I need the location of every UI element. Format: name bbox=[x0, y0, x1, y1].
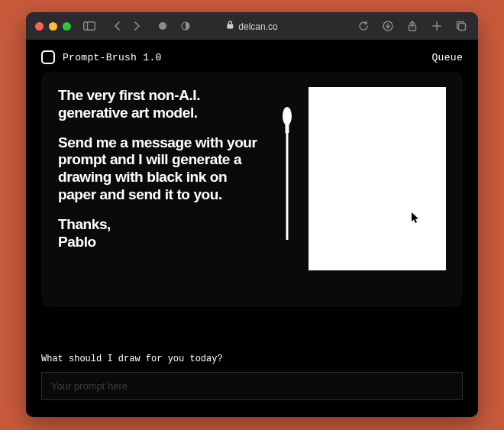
prompt-section: What should I draw for you today? bbox=[41, 354, 463, 400]
prompt-label: What should I draw for you today? bbox=[41, 354, 463, 364]
minimize-window-button[interactable] bbox=[49, 22, 57, 31]
svg-rect-13 bbox=[286, 124, 289, 133]
shield-icon[interactable] bbox=[178, 18, 193, 34]
svg-point-12 bbox=[283, 107, 292, 125]
address-bar[interactable]: delcan.co bbox=[226, 21, 277, 32]
url-text: delcan.co bbox=[238, 21, 277, 31]
toolbar-right bbox=[356, 18, 469, 34]
svg-rect-0 bbox=[84, 22, 95, 31]
logo-icon bbox=[41, 50, 55, 64]
maximize-window-button[interactable] bbox=[63, 22, 71, 31]
download-icon[interactable] bbox=[380, 18, 396, 34]
brush-icon bbox=[279, 87, 295, 244]
queue-link[interactable]: Queue bbox=[431, 52, 463, 63]
reload-button[interactable] bbox=[356, 18, 371, 34]
back-button[interactable] bbox=[109, 18, 124, 34]
cursor-icon bbox=[412, 212, 420, 226]
window-controls bbox=[35, 22, 71, 31]
svg-rect-11 bbox=[459, 24, 466, 31]
hero-copy: The very first non-A.I. generative art m… bbox=[58, 87, 266, 263]
share-icon[interactable] bbox=[405, 18, 420, 34]
forward-button[interactable] bbox=[129, 18, 144, 34]
svg-rect-14 bbox=[286, 133, 289, 240]
page-content: Prompt-Brush 1.0 Queue The very first no… bbox=[26, 40, 478, 417]
svg-rect-4 bbox=[227, 24, 233, 29]
lock-icon bbox=[226, 21, 234, 32]
hero-paragraph-1: The very first non-A.I. generative art m… bbox=[58, 87, 266, 122]
hero-signoff: Thanks, Pablo bbox=[58, 216, 266, 251]
tabs-overview-icon[interactable] bbox=[454, 18, 469, 34]
sidebar-toggle-icon[interactable] bbox=[82, 18, 97, 34]
prompt-input[interactable] bbox=[41, 372, 463, 400]
hero-thanks: Thanks, bbox=[58, 216, 111, 232]
hero-paragraph-2: Send me a message with your prompt and I… bbox=[58, 134, 266, 204]
hero-card: The very first non-A.I. generative art m… bbox=[41, 72, 463, 307]
new-tab-button[interactable] bbox=[429, 18, 444, 34]
nav-arrows bbox=[109, 18, 144, 34]
hero-name: Pablo bbox=[58, 234, 96, 250]
browser-window: delcan.co Prompt-Brush 1.0 bbox=[26, 12, 478, 417]
extension-dot-icon[interactable] bbox=[155, 18, 170, 34]
close-window-button[interactable] bbox=[35, 22, 44, 31]
toolbar-extras bbox=[155, 18, 193, 34]
app-header-left: Prompt-Brush 1.0 bbox=[41, 50, 162, 64]
paper-canvas bbox=[309, 87, 446, 270]
svg-point-2 bbox=[159, 22, 166, 30]
browser-titlebar: delcan.co bbox=[26, 12, 478, 40]
app-header: Prompt-Brush 1.0 Queue bbox=[26, 40, 478, 72]
app-title: Prompt-Brush 1.0 bbox=[63, 52, 162, 63]
